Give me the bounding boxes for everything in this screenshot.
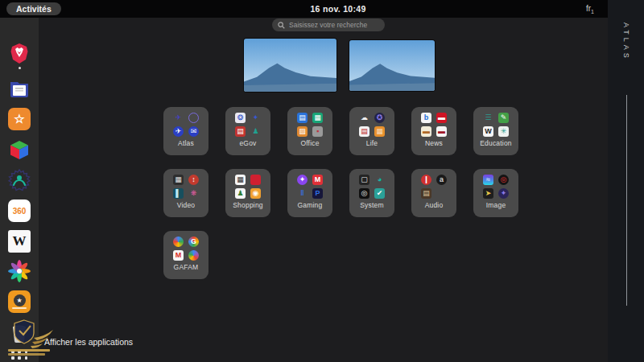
show-applications-label: Afficher les applications — [44, 337, 133, 347]
top-bar: Activités — [0, 0, 608, 18]
red-news-icon: ▬ — [436, 113, 447, 123]
folder-label: Video — [177, 201, 196, 209]
dock: ☆ 360 W — [0, 18, 39, 362]
folder-label: Education — [480, 139, 512, 147]
app-folder-gaming[interactable]: ✦M‖P Gaming — [287, 169, 332, 217]
app-folder-office[interactable]: ▤▦▨▪ Office — [287, 107, 332, 155]
obs-icon: ◎ — [359, 188, 369, 199]
app-folder-atlas[interactable]: ✈✈✉ Atlas — [163, 107, 208, 155]
360-app-icon[interactable]: 360 — [8, 200, 31, 222]
game-red-icon: M — [312, 175, 323, 185]
folder-label: Shopping — [233, 201, 263, 209]
gmail-icon: M — [173, 250, 184, 261]
photo-viewer-icon: ➤ — [483, 188, 493, 199]
show-applications-button[interactable] — [11, 350, 29, 362]
folder-icon-preview: ▦↕▌❋ — [173, 175, 199, 199]
app-folder-education[interactable]: ☰✎W✳ Education — [473, 107, 518, 155]
press-beige-icon: ▬ — [421, 126, 431, 137]
camera-lens-icon: ◎ — [498, 175, 509, 185]
app-folder-egov[interactable]: ❂✦▤♟ eGov — [225, 107, 270, 155]
system-check-icon: ✔ — [374, 188, 385, 199]
folder-icon-preview: GM — [173, 237, 199, 261]
brave-browser-icon[interactable] — [8, 42, 31, 64]
radio-icon: ▤ — [421, 188, 431, 199]
wikipedia-icon[interactable]: W — [8, 230, 31, 253]
egov-compass-icon: ✦ — [250, 113, 261, 123]
ps-icon: P — [312, 188, 323, 199]
calendar-icon: ▤ — [359, 126, 369, 137]
folder-icon-preview: ▦▪♟◉ — [235, 175, 261, 199]
pinwheel-photos-icon[interactable] — [8, 260, 31, 282]
folder-label: GAFAM — [174, 263, 199, 271]
folder-icon-preview: ✦M‖P — [297, 175, 323, 199]
amberol-icon: a — [436, 175, 447, 185]
app-folder-grid: ✈✈✉ Atlas ❂✦▤♟ eGov ▤▦▨▪ Office ☁✪▤▦ Lif… — [163, 107, 518, 279]
life-orange-icon: ▦ — [374, 126, 385, 137]
side-panel-line — [626, 95, 627, 306]
workspace-thumbnail-1[interactable] — [244, 39, 336, 92]
market-person-icon: ♟ — [235, 188, 246, 199]
folder-label: System — [360, 201, 384, 209]
usage-pie-icon: ◕ — [374, 175, 385, 185]
badge-text-line — [12, 307, 27, 309]
stats-bars-icon: ‖ — [297, 188, 308, 199]
twitch-circle-icon: ✦ — [297, 175, 308, 185]
egov-services-icon: ▤ — [235, 126, 246, 137]
app-folder-system[interactable]: ▢◕◎✔ System — [349, 169, 394, 217]
person-mandala-app-icon[interactable] — [8, 169, 31, 191]
side-panel: ATLAS — [608, 0, 644, 362]
writer-doc-icon: ▤ — [297, 113, 308, 123]
folder-label: Office — [300, 139, 319, 147]
egov-citizen-icon: ♟ — [250, 126, 261, 137]
terminal-icon: ▢ — [359, 175, 369, 185]
press-white-icon: ▬ — [436, 126, 447, 137]
badge-star-icon: ★ — [14, 294, 26, 306]
keyboard-layout-indicator[interactable]: fr1 — [586, 0, 594, 18]
app-folder-audio[interactable]: ❙a▤ Audio — [411, 169, 456, 217]
shield-circle-icon: ✪ — [374, 113, 385, 123]
google-sphere-icon — [188, 250, 199, 261]
folder-label: Life — [366, 139, 378, 147]
app-folder-life[interactable]: ☁✪▤▦ Life — [349, 107, 394, 155]
app-folder-video[interactable]: ▦↕▌❋ Video — [163, 169, 208, 217]
cube-app-icon[interactable] — [8, 138, 31, 161]
orange-badge-app-icon[interactable]: ★ — [8, 290, 31, 313]
google-g-icon: G — [188, 237, 199, 247]
files-icon[interactable] — [8, 77, 31, 100]
folder-icon-preview: b▬▬▬ — [421, 113, 447, 137]
folder-icon-preview: ❙a▤ — [421, 175, 447, 199]
app-folder-image[interactable]: ≈◎➤✦ Image — [473, 169, 518, 217]
app-folder-news[interactable]: b▬▬▬ News — [411, 107, 456, 155]
folder-icon-preview: ✈✈✉ — [173, 113, 199, 137]
running-indicator-dot — [19, 67, 21, 69]
folder-label: Audio — [425, 201, 444, 209]
app-folder-gafam[interactable]: GM GAFAM — [163, 231, 208, 279]
shop-orange-icon: ◉ — [250, 188, 261, 199]
search-input[interactable]: Saisissez votre recherche — [272, 19, 385, 31]
search-placeholder: Saisissez votre recherche — [289, 21, 367, 29]
atlas-bird-icon: ✈ — [173, 113, 184, 123]
clock[interactable]: 16 nov. 10:49 — [310, 0, 365, 18]
tv-circle-icon: ↕ — [188, 175, 199, 185]
bing-news-icon: b — [421, 113, 431, 123]
google-maps-icon — [173, 237, 184, 247]
workspace-thumbnail-2[interactable] — [349, 40, 435, 91]
folder-label: eGov — [239, 139, 256, 147]
folder-icon-preview: ☰✎W✳ — [483, 113, 509, 137]
office-suite-icon: ▪ — [312, 126, 323, 137]
keyboard-layout-index: 1 — [591, 9, 594, 14]
trash-icon[interactable] — [8, 322, 31, 344]
sphere-purple-icon: ✦ — [498, 188, 509, 199]
app-folder-shopping[interactable]: ▦▪♟◉ Shopping — [225, 169, 270, 217]
store-gate-icon: ▦ — [235, 175, 246, 185]
folder-icon-preview: ▢◕◎✔ — [359, 175, 385, 199]
edu-teal-icon: ✳ — [498, 126, 509, 137]
workspace-name-label: ATLAS — [622, 23, 630, 61]
atlas-scope-icon — [188, 113, 199, 123]
pinwheel-small-icon: ❋ — [188, 188, 199, 199]
star-orange-app-icon[interactable]: ☆ — [8, 108, 31, 130]
player-icon: ▌ — [173, 188, 184, 199]
weather-icon: ☁ — [359, 113, 369, 123]
gradient-app-icon: ≈ — [483, 175, 493, 185]
activities-button[interactable]: Activités — [6, 2, 61, 15]
